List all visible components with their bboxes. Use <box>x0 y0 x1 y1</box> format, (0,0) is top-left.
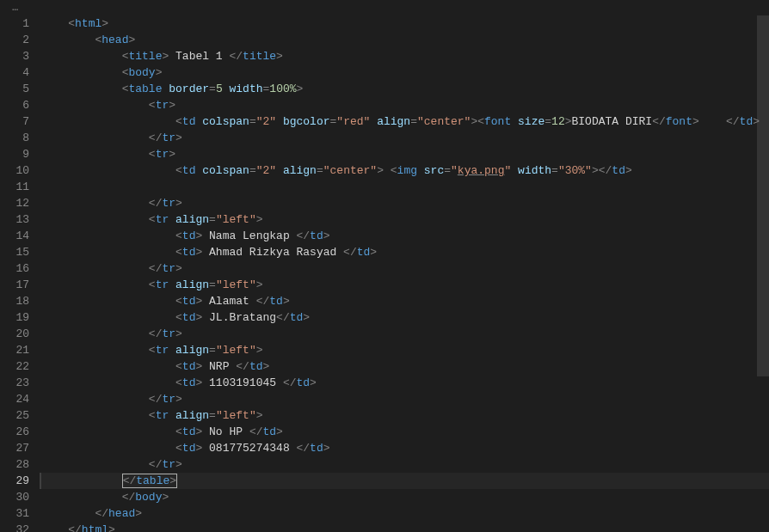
line-number: 17 <box>0 277 29 293</box>
scrollbar-thumb[interactable] <box>757 15 769 376</box>
line-number: 11 <box>0 179 29 195</box>
line-number: 24 <box>0 391 29 407</box>
line-number: 6 <box>0 97 29 113</box>
line-number: 21 <box>0 342 29 358</box>
code-line[interactable]: <td> Nama Lengkap </td> <box>41 228 769 244</box>
code-line[interactable]: </tr> <box>41 195 769 211</box>
code-line[interactable] <box>41 179 769 195</box>
code-line[interactable]: <td> Alamat </td> <box>41 293 769 309</box>
line-number: 31 <box>0 505 29 522</box>
code-line[interactable]: <tr align="left"> <box>41 342 769 358</box>
line-number: 26 <box>0 424 29 440</box>
line-number: 14 <box>0 228 29 244</box>
line-number: 7 <box>0 113 29 130</box>
line-number: 29 <box>0 473 29 489</box>
code-line[interactable]: <head> <box>41 32 769 48</box>
line-number: 27 <box>0 440 29 456</box>
editor-scrollbar[interactable] <box>757 15 769 532</box>
line-number-gutter: 1 2 3 4 5 6 7 8 9 10 11 12 13 14 15 16 1… <box>0 15 41 532</box>
code-line[interactable]: <tr align="left"> <box>41 407 769 424</box>
code-line[interactable]: <td> 1103191045 </td> <box>41 375 769 391</box>
code-line[interactable]: </head> <box>41 505 769 522</box>
code-line[interactable]: <html> <box>41 15 769 32</box>
code-line[interactable]: <td colspan="2" align="center"> <img src… <box>41 162 769 179</box>
code-line[interactable]: </tr> <box>41 391 769 407</box>
code-line[interactable]: </table> <box>41 473 769 489</box>
code-line[interactable]: </tr> <box>41 326 769 342</box>
line-number: 8 <box>0 130 29 146</box>
breadcrumb-segment: … <box>12 2 18 14</box>
line-number: 2 <box>0 32 29 48</box>
code-line[interactable]: <table border=5 width=100%> <box>41 81 769 97</box>
code-editor[interactable]: 1 2 3 4 5 6 7 8 9 10 11 12 13 14 15 16 1… <box>0 15 769 532</box>
line-number: 22 <box>0 358 29 375</box>
code-line[interactable]: <tr align="left"> <box>41 211 769 228</box>
line-number: 16 <box>0 260 29 277</box>
code-line[interactable]: <td> No HP </td> <box>41 424 769 440</box>
line-number: 19 <box>0 309 29 326</box>
line-number: 4 <box>0 64 29 81</box>
line-number: 13 <box>0 211 29 228</box>
code-line[interactable]: <td> NRP </td> <box>41 358 769 375</box>
line-number: 12 <box>0 195 29 211</box>
code-line[interactable]: <td> 081775274348 </td> <box>41 440 769 456</box>
code-line[interactable]: <tr align="left"> <box>41 277 769 293</box>
code-line[interactable]: <tr> <box>41 146 769 162</box>
code-line[interactable]: <td> JL.Bratang</td> <box>41 309 769 326</box>
code-line[interactable]: <body> <box>41 64 769 81</box>
line-number: 1 <box>0 15 29 32</box>
line-number: 23 <box>0 375 29 391</box>
line-number: 25 <box>0 407 29 424</box>
line-number: 18 <box>0 293 29 309</box>
code-line[interactable]: <td> Ahmad Rizkya Rasyad </td> <box>41 244 769 260</box>
line-number: 30 <box>0 489 29 505</box>
cursor-position: </table> <box>122 474 177 488</box>
code-line[interactable]: </body> <box>41 489 769 505</box>
code-line[interactable]: </tr> <box>41 260 769 277</box>
line-number: 9 <box>0 146 29 162</box>
code-area[interactable]: <html> <head> <title> Tabel 1 </title> <… <box>41 15 769 532</box>
breadcrumb[interactable]: … <box>0 0 769 15</box>
line-number: 10 <box>0 162 29 179</box>
line-number: 3 <box>0 48 29 64</box>
code-line[interactable]: </tr> <box>41 130 769 146</box>
line-number: 5 <box>0 81 29 97</box>
line-number: 32 <box>0 522 29 532</box>
line-number: 20 <box>0 326 29 342</box>
code-line[interactable]: </tr> <box>41 456 769 473</box>
line-number: 28 <box>0 456 29 473</box>
code-line[interactable]: <title> Tabel 1 </title> <box>41 48 769 64</box>
code-line[interactable]: </html> <box>41 522 769 532</box>
code-line[interactable]: <td colspan="2" bgcolor="red" align="cen… <box>41 113 769 130</box>
line-number: 15 <box>0 244 29 260</box>
code-line[interactable]: <tr> <box>41 97 769 113</box>
